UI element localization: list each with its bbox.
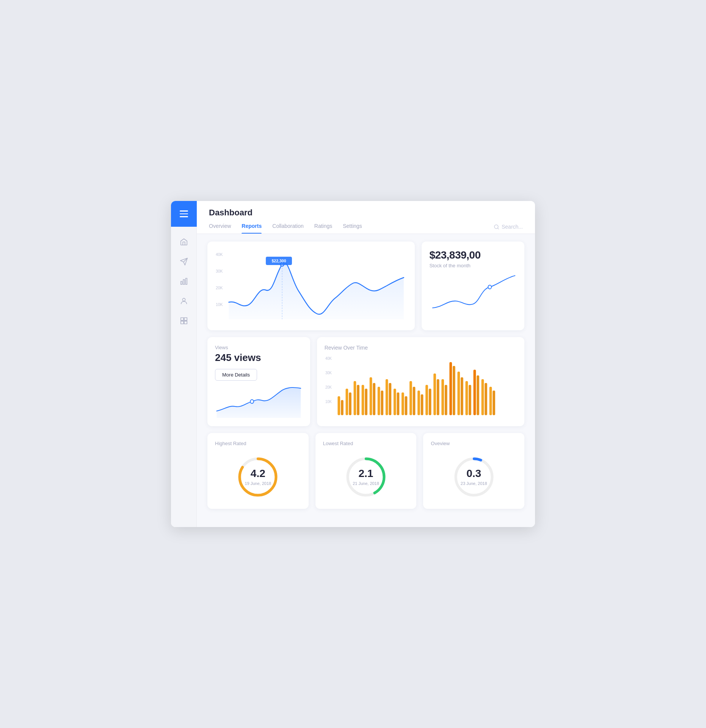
sidebar-item-grid[interactable] — [176, 312, 192, 329]
tab-bar: Overview Reports Collaboration Ratings S… — [209, 219, 362, 234]
svg-text:10K: 10K — [325, 400, 332, 404]
highest-rated-title: Highest Rated — [215, 441, 246, 446]
overview-title: Oveview — [431, 441, 450, 446]
svg-rect-38 — [385, 379, 388, 415]
overview-gauge: 0.3 23 June, 2018 — [431, 452, 517, 501]
user-icon — [180, 297, 188, 305]
svg-rect-56 — [457, 372, 460, 415]
svg-rect-65 — [493, 391, 495, 415]
svg-rect-62 — [481, 379, 484, 415]
svg-point-20 — [488, 285, 492, 289]
svg-rect-37 — [381, 391, 383, 415]
svg-rect-59 — [469, 385, 471, 415]
svg-text:40K: 40K — [325, 356, 332, 361]
svg-rect-6 — [180, 318, 183, 320]
stock-value: $23,839,00 — [429, 249, 517, 261]
grid-icon — [180, 317, 188, 325]
svg-rect-40 — [394, 389, 396, 415]
svg-rect-64 — [489, 387, 492, 415]
svg-rect-4 — [185, 278, 187, 285]
svg-rect-31 — [357, 385, 359, 415]
svg-line-11 — [497, 228, 499, 229]
tab-collaboration[interactable]: Collaboration — [272, 219, 304, 234]
sidebar-item-send[interactable] — [176, 253, 192, 270]
app-container: Dashboard Overview Reports Collaboration… — [171, 201, 535, 527]
hamburger-icon — [180, 210, 188, 217]
svg-rect-35 — [373, 383, 375, 415]
svg-rect-43 — [405, 396, 407, 415]
more-details-button[interactable]: More Details — [215, 369, 257, 381]
highest-gauge-text: 4.2 19 June, 2018 — [245, 468, 271, 486]
hamburger-button[interactable] — [171, 201, 197, 227]
svg-rect-7 — [184, 318, 187, 320]
review-title: Review Over Time — [325, 345, 517, 351]
overview-rated-card: Oveview 0.3 23 June, 2018 — [423, 433, 524, 509]
tab-ratings[interactable]: Ratings — [314, 219, 332, 234]
review-chart-svg: 40K 30K 20K 10K — [325, 355, 517, 417]
svg-rect-39 — [389, 383, 391, 415]
search-placeholder: Search... — [502, 224, 523, 230]
sidebar-item-user[interactable] — [176, 293, 192, 309]
svg-rect-49 — [428, 389, 431, 415]
svg-rect-46 — [417, 391, 420, 415]
svg-rect-41 — [397, 392, 399, 415]
svg-text:$22,300: $22,300 — [271, 259, 286, 263]
row-2: Views 245 views More Details — [207, 337, 524, 426]
sidebar — [171, 201, 197, 527]
svg-rect-27 — [341, 400, 344, 415]
views-count: 245 views — [215, 352, 303, 364]
chart-icon — [180, 277, 188, 286]
svg-text:20K: 20K — [216, 286, 223, 290]
main-chart-svg: 40K 30K 20K 10K — [215, 249, 407, 321]
page-title: Dashboard — [209, 201, 523, 219]
search-icon — [494, 224, 499, 230]
svg-rect-58 — [465, 381, 468, 415]
stock-chart-svg — [429, 274, 517, 315]
svg-rect-34 — [369, 377, 372, 415]
svg-rect-48 — [425, 385, 428, 415]
views-chart-svg — [215, 384, 303, 419]
svg-rect-51 — [436, 379, 439, 415]
svg-text:40K: 40K — [216, 252, 223, 257]
svg-rect-36 — [377, 387, 380, 415]
svg-rect-55 — [453, 366, 455, 415]
sidebar-item-chart[interactable] — [176, 273, 192, 290]
dashboard-content: 40K 30K 20K 10K — [197, 234, 535, 527]
svg-rect-3 — [183, 279, 185, 284]
svg-rect-44 — [409, 381, 412, 415]
svg-rect-30 — [353, 381, 356, 415]
svg-rect-45 — [413, 387, 415, 415]
lowest-rated-card: Lowest Rated 2.1 21 June, 2018 — [315, 433, 417, 509]
search-area: Search... — [494, 224, 523, 234]
svg-rect-61 — [477, 375, 479, 415]
main-chart-card: 40K 30K 20K 10K — [207, 242, 415, 330]
overview-gauge-text: 0.3 23 June, 2018 — [461, 468, 487, 486]
row-1: 40K 30K 20K 10K — [207, 242, 524, 330]
svg-rect-29 — [349, 392, 351, 415]
lowest-rated-title: Lowest Rated — [323, 441, 353, 446]
svg-rect-57 — [461, 377, 463, 415]
svg-rect-33 — [365, 389, 367, 415]
tab-overview[interactable]: Overview — [209, 219, 231, 234]
sidebar-item-home[interactable] — [176, 234, 192, 250]
send-icon — [180, 257, 188, 266]
tab-settings[interactable]: Settings — [343, 219, 362, 234]
svg-rect-54 — [449, 362, 452, 415]
tab-reports[interactable]: Reports — [242, 219, 262, 234]
row-3: Highest Rated 4.2 19 June, 2018 — [207, 433, 524, 509]
svg-text:20K: 20K — [325, 385, 332, 389]
highest-rated-gauge: 4.2 19 June, 2018 — [215, 452, 301, 501]
views-card: Views 245 views More Details — [207, 337, 310, 426]
svg-rect-9 — [184, 321, 187, 324]
lowest-rated-gauge: 2.1 21 June, 2018 — [323, 452, 409, 501]
svg-rect-2 — [180, 281, 182, 284]
stock-card: $23,839,00 Stock of the month — [422, 242, 524, 330]
svg-rect-63 — [485, 383, 487, 415]
lowest-gauge-text: 2.1 21 June, 2018 — [353, 468, 379, 486]
svg-rect-60 — [473, 370, 476, 415]
svg-rect-50 — [433, 373, 436, 415]
svg-text:10K: 10K — [216, 302, 223, 307]
home-icon — [180, 238, 188, 246]
svg-rect-32 — [361, 385, 364, 415]
svg-rect-28 — [345, 389, 348, 415]
